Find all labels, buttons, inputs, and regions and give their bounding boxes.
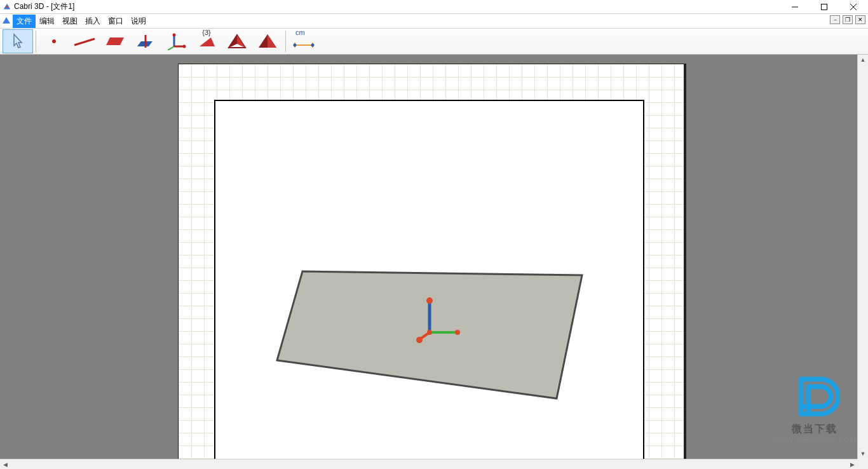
ground-plane-icon bbox=[264, 252, 595, 418]
point-icon bbox=[44, 35, 64, 48]
workspace: 微当下载 WWW.WEIDOWN.COM bbox=[0, 55, 868, 459]
tool-polygon[interactable]: {3} bbox=[191, 29, 222, 53]
scroll-right-icon[interactable]: ▶ bbox=[847, 459, 857, 470]
line-icon bbox=[72, 35, 97, 48]
tetrahedron-open-icon bbox=[226, 32, 248, 50]
minimize-button[interactable] bbox=[780, 0, 810, 14]
svg-marker-17 bbox=[200, 37, 215, 46]
svg-point-32 bbox=[455, 330, 460, 335]
svg-point-16 bbox=[183, 45, 186, 48]
document-icon bbox=[1, 16, 11, 26]
tool-tetrahedron-open[interactable] bbox=[222, 29, 252, 53]
perpendicular-icon bbox=[135, 32, 156, 50]
tool-plane[interactable] bbox=[100, 29, 130, 53]
tool-axes[interactable] bbox=[161, 29, 191, 53]
tetrahedron-icon bbox=[257, 32, 278, 50]
tool-polygon-label: {3} bbox=[202, 29, 210, 36]
watermark-url: WWW.WEIDOWN.COM bbox=[772, 436, 857, 444]
tool-tetrahedron[interactable] bbox=[252, 29, 283, 53]
scrollbar-corner bbox=[857, 459, 868, 469]
svg-point-35 bbox=[427, 330, 432, 335]
svg-point-34 bbox=[416, 337, 423, 343]
window-controls bbox=[780, 0, 868, 14]
svg-line-8 bbox=[74, 39, 95, 45]
plane-icon bbox=[104, 34, 126, 49]
watermark: 微当下载 WWW.WEIDOWN.COM bbox=[772, 372, 857, 444]
tool-pointer[interactable] bbox=[3, 29, 33, 53]
toolbar-separator bbox=[285, 31, 286, 52]
svg-marker-6 bbox=[3, 17, 10, 24]
svg-line-14 bbox=[168, 46, 174, 50]
menu-edit[interactable]: 编辑 bbox=[36, 15, 58, 28]
svg-point-15 bbox=[173, 34, 176, 37]
title-bar: Cabri 3D - [文件1] bbox=[0, 0, 868, 14]
axes-icon bbox=[165, 32, 187, 50]
svg-marker-9 bbox=[106, 37, 124, 45]
svg-point-30 bbox=[426, 297, 433, 304]
mdi-restore-button[interactable]: ❐ bbox=[843, 15, 853, 24]
tool-line[interactable] bbox=[69, 29, 100, 53]
svg-marker-22 bbox=[268, 34, 276, 48]
vertical-scrollbar[interactable]: ▲ ▼ bbox=[857, 55, 868, 459]
page bbox=[178, 64, 684, 459]
menu-bar: 文件 编辑 视图 插入 窗口 说明 － ❐ ✕ bbox=[0, 14, 868, 28]
svg-point-1 bbox=[6, 6, 8, 8]
view-frame[interactable] bbox=[214, 100, 644, 459]
tool-measure[interactable]: cm bbox=[288, 29, 319, 53]
maximize-button[interactable] bbox=[810, 0, 839, 14]
mdi-close-button[interactable]: ✕ bbox=[855, 15, 865, 24]
mdi-minimize-button[interactable]: － bbox=[830, 15, 840, 24]
scroll-up-icon[interactable]: ▲ bbox=[858, 55, 868, 65]
watermark-logo-icon bbox=[790, 372, 839, 421]
window-title: Cabri 3D - [文件1] bbox=[14, 1, 780, 12]
svg-point-27 bbox=[311, 44, 315, 47]
app-icon bbox=[3, 3, 11, 11]
menu-help[interactable]: 说明 bbox=[127, 15, 150, 28]
menu-window[interactable]: 窗口 bbox=[104, 15, 127, 28]
menu-file[interactable]: 文件 bbox=[13, 15, 36, 28]
mdi-controls: － ❐ ✕ bbox=[830, 15, 865, 24]
horizontal-scrollbar[interactable]: ◀ ▶ bbox=[0, 459, 857, 469]
scene-3d[interactable] bbox=[264, 252, 595, 420]
watermark-text: 微当下载 bbox=[772, 423, 857, 436]
scroll-left-icon[interactable]: ◀ bbox=[0, 459, 10, 470]
tool-measure-label: cm bbox=[295, 29, 305, 36]
toolbar-separator bbox=[36, 31, 36, 52]
svg-rect-3 bbox=[822, 4, 827, 10]
tool-point[interactable] bbox=[39, 29, 69, 53]
tool-perpendicular[interactable] bbox=[130, 29, 161, 53]
svg-point-7 bbox=[52, 39, 56, 43]
menu-insert[interactable]: 插入 bbox=[81, 15, 104, 28]
close-button[interactable] bbox=[839, 0, 868, 14]
pointer-icon bbox=[11, 33, 24, 50]
scroll-down-icon[interactable]: ▼ bbox=[858, 449, 868, 459]
menu-view[interactable]: 视图 bbox=[58, 15, 81, 28]
svg-point-26 bbox=[294, 44, 297, 47]
toolbar: {3} cm bbox=[0, 28, 868, 55]
